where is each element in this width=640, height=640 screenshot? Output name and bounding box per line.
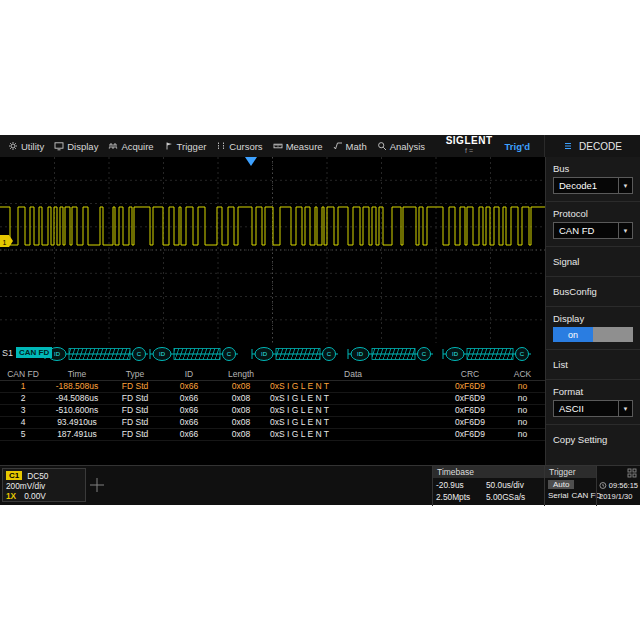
decoded-frames: IDCIDCIDCIDCIDC xyxy=(0,345,545,363)
display-toggle-off[interactable] xyxy=(593,327,633,342)
busconfig-button[interactable]: BusConfig xyxy=(546,277,640,306)
channel-coupling: DC50 xyxy=(27,471,48,481)
cell-ack: no xyxy=(500,405,545,416)
cursors-icon xyxy=(216,141,226,151)
menu-item-label: Trigger xyxy=(177,141,207,152)
cell-data: 0xS I G L E N T xyxy=(266,393,440,404)
trigger-status: Trig'd xyxy=(505,141,530,152)
trigger-mode-badge: Auto xyxy=(548,480,574,489)
protocol-select-value: CAN FD xyxy=(559,225,594,236)
trigger-type: Serial xyxy=(548,491,568,500)
table-row[interactable]: 5187.491usFD Std0x660x080xS I G L E N T0… xyxy=(0,429,545,441)
decode-list-table: CAN FD Time Type ID Length Data CRC ACK … xyxy=(0,368,545,441)
cell-time: -188.508us xyxy=(46,381,108,392)
utility-icon xyxy=(8,141,18,151)
cell-id: 0x66 xyxy=(162,417,216,428)
decode-bus-row: S1 CAN FD IDCIDCIDCIDCIDC xyxy=(0,345,545,363)
channel-info-box[interactable]: C1 DC50 200mV/div 1X 0.00V xyxy=(2,468,86,502)
menu-item-display[interactable]: Display xyxy=(54,141,98,152)
chevron-down-icon: ▼ xyxy=(618,401,632,416)
clock-date: 2019/1/30 xyxy=(597,490,640,501)
cell-ack: no xyxy=(500,429,545,440)
clock-icon xyxy=(599,481,607,490)
menu-item-label: Acquire xyxy=(121,141,153,152)
channel-probe: 1X xyxy=(6,491,16,501)
copy-setting-button[interactable]: Copy Setting xyxy=(546,425,640,454)
timebase-title: Timebase xyxy=(433,466,544,478)
signal-button[interactable]: Signal xyxy=(546,247,640,276)
svg-text:1: 1 xyxy=(3,239,7,246)
measure-icon xyxy=(273,141,283,151)
cell-length: 0x08 xyxy=(216,393,266,404)
display-toggle-on[interactable]: on xyxy=(553,327,593,342)
trigger-panel[interactable]: Trigger Auto Serial CAN FD xyxy=(544,466,596,506)
cell-crc: 0xF6D9 xyxy=(440,429,500,440)
decode-panel-title: DECODE xyxy=(579,141,622,152)
col-header-data: Data xyxy=(266,368,440,380)
table-row[interactable]: 1-188.508usFD Std0x660x080xS I G L E N T… xyxy=(0,381,545,393)
col-header-ack: ACK xyxy=(500,368,545,380)
format-select-value: ASCII xyxy=(559,403,584,414)
cell-data: 0xS I G L E N T xyxy=(266,417,440,428)
menu-bar: Utility Display Acquire Trigger Cursors … xyxy=(0,135,640,157)
cell-length: 0x08 xyxy=(216,417,266,428)
bus-select[interactable]: Decode1 ▼ xyxy=(553,177,633,194)
cell-time: 93.4910us xyxy=(46,417,108,428)
trigger-flag-icon xyxy=(164,141,174,151)
menu-item-acquire[interactable]: Acquire xyxy=(108,141,153,152)
protocol-select[interactable]: CAN FD ▼ xyxy=(553,222,633,239)
table-row[interactable]: 3-510.600nsFD Std0x660x080xS I G L E N T… xyxy=(0,405,545,417)
bus-select-value: Decode1 xyxy=(559,180,597,191)
menu-item-label: Math xyxy=(346,141,367,152)
decode-list-icon xyxy=(563,141,573,151)
menu-item-label: Measure xyxy=(286,141,323,152)
menu-item-trigger[interactable]: Trigger xyxy=(164,141,207,152)
decode-source-label: S1 CAN FD xyxy=(2,347,52,358)
svg-text:C: C xyxy=(422,351,427,357)
col-header-length: Length xyxy=(216,368,266,380)
cell-crc: 0xF6D9 xyxy=(440,417,500,428)
decode-panel-header: DECODE xyxy=(544,135,640,157)
menu-item-label: Display xyxy=(67,141,98,152)
col-header-crc: CRC xyxy=(440,368,500,380)
chevron-down-icon: ▼ xyxy=(618,223,632,238)
cell-time: -94.5086us xyxy=(46,393,108,404)
list-button[interactable]: List xyxy=(546,350,640,379)
menu-item-measure[interactable]: Measure xyxy=(273,141,323,152)
table-row[interactable]: 2-94.5086usFD Std0x660x080xS I G L E N T… xyxy=(0,393,545,405)
cell-time: 187.491us xyxy=(46,429,108,440)
col-header-type: Type xyxy=(108,368,162,380)
page: Utility Display Acquire Trigger Cursors … xyxy=(0,0,640,640)
cell-num: 4 xyxy=(0,417,46,428)
menu-item-cursors[interactable]: Cursors xyxy=(216,141,262,152)
table-body: 1-188.508usFD Std0x660x080xS I G L E N T… xyxy=(0,381,545,441)
math-icon xyxy=(333,141,343,151)
display-toggle[interactable]: on xyxy=(553,327,633,342)
chevron-down-icon: ▼ xyxy=(618,178,632,193)
cell-id: 0x66 xyxy=(162,393,216,404)
analysis-icon xyxy=(377,141,387,151)
menu-item-math[interactable]: Math xyxy=(333,141,367,152)
keypad-grid-icon[interactable] xyxy=(627,468,637,478)
format-select[interactable]: ASCII ▼ xyxy=(553,400,633,417)
cell-num: 2 xyxy=(0,393,46,404)
svg-text:ID: ID xyxy=(54,351,61,357)
protocol-label: Protocol xyxy=(546,202,640,222)
timebase-panel[interactable]: Timebase -20.9us 50.0us/div 2.50Mpts 5.0… xyxy=(432,466,544,506)
col-header-canfd: CAN FD xyxy=(0,368,46,380)
cell-ack: no xyxy=(500,393,545,404)
menu-item-label: Cursors xyxy=(229,141,262,152)
menu-item-analysis[interactable]: Analysis xyxy=(377,141,425,152)
cell-type: FD Std xyxy=(108,417,162,428)
col-header-id: ID xyxy=(162,368,216,380)
cell-crc: 0xF6D9 xyxy=(440,393,500,404)
cell-ack: no xyxy=(500,417,545,428)
cell-num: 1 xyxy=(0,381,46,392)
clock-time: 09:56:15 xyxy=(609,481,638,490)
svg-text:C: C xyxy=(227,351,232,357)
col-header-time: Time xyxy=(46,368,108,380)
format-label: Format xyxy=(546,380,640,400)
table-row[interactable]: 493.4910usFD Std0x660x080xS I G L E N T0… xyxy=(0,417,545,429)
menu-item-utility[interactable]: Utility xyxy=(8,141,44,152)
timebase-delay: -20.9us xyxy=(436,480,486,490)
